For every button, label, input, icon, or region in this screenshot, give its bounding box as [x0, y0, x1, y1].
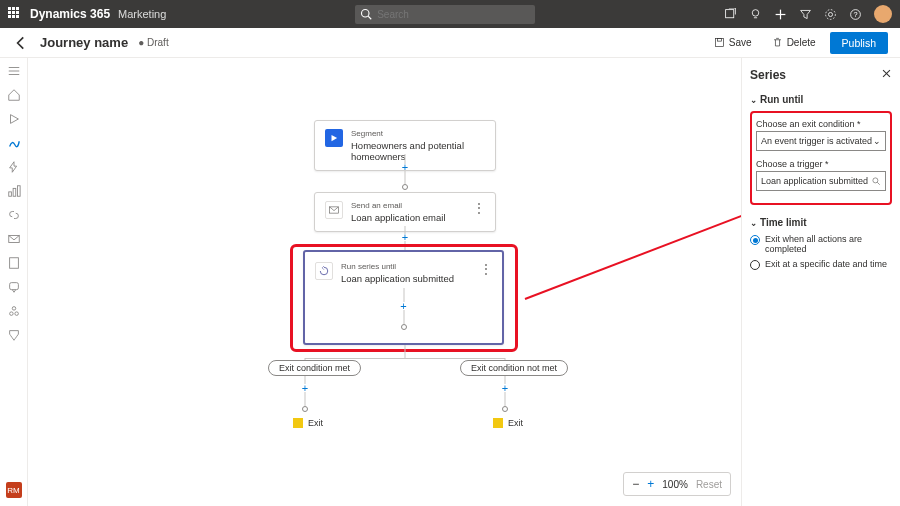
svg-point-8	[826, 9, 836, 19]
chevron-down-icon: ⌃	[750, 218, 757, 227]
highlight-box: Choose an exit condition * An event trig…	[750, 111, 892, 205]
delete-button[interactable]: Delete	[766, 34, 822, 51]
svg-point-3	[752, 9, 759, 16]
svg-rect-17	[13, 188, 16, 196]
chevron-down-icon: ⌃	[750, 95, 757, 104]
close-icon[interactable]	[881, 68, 892, 79]
section-run-until[interactable]: ⌃Run until	[750, 94, 892, 105]
search-icon	[871, 176, 881, 186]
zoom-in-button[interactable]: +	[647, 477, 654, 491]
svg-line-1	[368, 16, 371, 19]
nav-sms-icon[interactable]	[7, 280, 21, 294]
svg-point-7	[828, 12, 832, 16]
global-search-input[interactable]	[355, 5, 535, 24]
lightbulb-icon[interactable]	[749, 8, 762, 21]
journey-canvas[interactable]: SegmentHomeowners and potential homeowne…	[28, 58, 741, 506]
radio-exit-specific-date[interactable]: Exit at a specific date and time	[750, 259, 892, 270]
share-icon[interactable]	[724, 8, 737, 21]
exit-node-left: Exit	[293, 418, 323, 428]
nav-triggers-icon[interactable]	[7, 160, 21, 174]
trigger-lookup[interactable]: Loan application submitted	[756, 171, 886, 191]
connector-dot	[302, 406, 308, 412]
connector-dot	[402, 184, 408, 190]
properties-panel: Series ⌃Run until Choose an exit conditi…	[741, 58, 900, 506]
command-bar: Journey name ● Draft Save Delete Publish	[0, 28, 900, 58]
svg-point-28	[873, 178, 878, 183]
svg-point-24	[12, 307, 16, 311]
highlight-frame	[290, 244, 518, 352]
radio-icon	[750, 235, 760, 245]
branch-label-met: Exit condition met	[268, 360, 361, 376]
svg-rect-12	[717, 38, 721, 41]
left-nav: RM	[0, 58, 28, 506]
svg-rect-21	[9, 283, 18, 290]
svg-point-0	[362, 9, 370, 17]
zoom-level: 100%	[662, 479, 688, 490]
chevron-down-icon: ⌄	[873, 136, 881, 146]
radio-icon	[750, 260, 760, 270]
nav-home-icon[interactable]	[7, 88, 21, 102]
flag-icon	[493, 418, 503, 428]
page-title: Journey name	[40, 35, 128, 50]
branch-label-notmet: Exit condition not met	[460, 360, 568, 376]
node-more-icon[interactable]: ⋮	[473, 201, 485, 215]
nav-form-icon[interactable]	[7, 256, 21, 270]
svg-text:?: ?	[853, 9, 857, 18]
connector-dot	[502, 406, 508, 412]
email-icon	[325, 201, 343, 219]
svg-rect-20	[9, 258, 18, 269]
exit-condition-label: Choose an exit condition *	[756, 119, 886, 129]
search-icon	[360, 8, 372, 20]
app-launcher-icon[interactable]	[8, 7, 22, 21]
svg-line-29	[877, 182, 880, 185]
add-icon[interactable]	[774, 8, 787, 21]
status-badge: ● Draft	[138, 37, 169, 48]
publish-button[interactable]: Publish	[830, 32, 888, 54]
save-button[interactable]: Save	[708, 34, 758, 51]
zoom-toolbar: − + 100% Reset	[623, 472, 731, 496]
settings-icon[interactable]	[824, 8, 837, 21]
node-type: Segment	[351, 129, 485, 139]
section-time-limit[interactable]: ⌃Time limit	[750, 217, 892, 228]
user-badge[interactable]: RM	[6, 482, 22, 498]
user-avatar[interactable]	[874, 5, 892, 23]
svg-point-22	[9, 312, 13, 316]
nav-play-icon[interactable]	[7, 112, 21, 126]
trigger-label: Choose a trigger *	[756, 159, 886, 169]
nav-journey-icon[interactable]	[7, 136, 21, 150]
filter-icon[interactable]	[799, 8, 812, 21]
help-icon[interactable]: ?	[849, 8, 862, 21]
module: Marketing	[118, 8, 166, 20]
panel-title: Series	[750, 68, 892, 82]
exit-node-right: Exit	[493, 418, 523, 428]
segment-icon	[325, 129, 343, 147]
nav-segments-icon[interactable]	[7, 304, 21, 318]
node-name: Homeowners and potential homeowners	[351, 140, 485, 163]
svg-rect-11	[715, 38, 723, 46]
nav-analytics-icon[interactable]	[7, 184, 21, 198]
svg-rect-18	[17, 186, 20, 197]
nav-consent-icon[interactable]	[7, 328, 21, 342]
svg-rect-2	[726, 9, 734, 17]
nav-link-icon[interactable]	[7, 208, 21, 222]
exit-condition-dropdown[interactable]: An event trigger is activated⌄	[756, 131, 886, 151]
annotation-arrow	[525, 209, 757, 300]
nav-menu-icon[interactable]	[7, 64, 21, 78]
back-button[interactable]	[12, 34, 30, 52]
radio-exit-all-actions[interactable]: Exit when all actions are completed	[750, 234, 892, 254]
svg-point-23	[14, 312, 18, 316]
zoom-out-button[interactable]: −	[632, 477, 639, 491]
nav-email-icon[interactable]	[7, 232, 21, 246]
svg-rect-16	[8, 192, 11, 196]
brand: Dynamics 365	[30, 7, 110, 21]
global-header: Dynamics 365 Marketing ?	[0, 0, 900, 28]
flag-icon	[293, 418, 303, 428]
node-name: Loan application email	[351, 212, 446, 223]
node-type: Send an email	[351, 201, 446, 211]
zoom-reset-button[interactable]: Reset	[696, 479, 722, 490]
